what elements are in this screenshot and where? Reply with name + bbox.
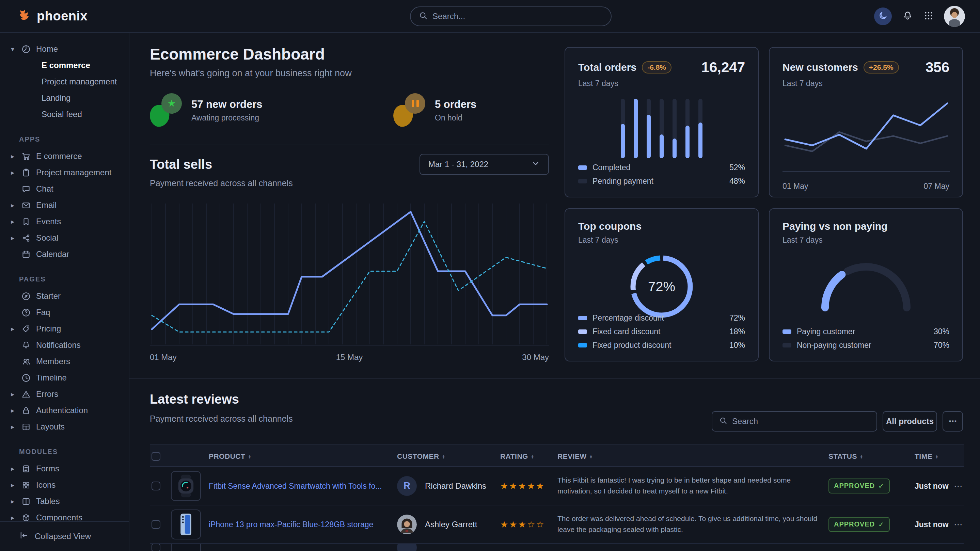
stat-text: 57 new ordersAwating processing <box>191 98 262 122</box>
sidebar-item-label: Starter <box>36 291 60 301</box>
row-checkbox[interactable] <box>151 481 161 491</box>
apps-grid-icon <box>923 11 934 22</box>
brand-logo[interactable]: phoenix <box>16 8 88 24</box>
sidebar-item-e-commerce[interactable]: ▸E commerce <box>0 148 129 164</box>
sidebar-item-tables[interactable]: ▸Tables <box>0 493 129 510</box>
page-title: Ecommerce Dashboard <box>150 45 325 63</box>
search-input[interactable] <box>433 11 603 21</box>
sidebar-item-events[interactable]: ▸Events <box>0 213 129 230</box>
sidebar-item-notifications[interactable]: Notifications <box>0 337 129 353</box>
legend-label: Fixed card discount <box>592 327 660 336</box>
status-badge: APPROVED✓ <box>829 517 890 532</box>
review-text: The order was delivered ahead of schedul… <box>557 513 823 535</box>
row-actions-button[interactable]: ⋯ <box>954 519 963 530</box>
date-range-dropdown[interactable]: Mar 1 - 31, 2022 <box>420 154 549 175</box>
sidebar-item-label: Notifications <box>36 340 81 350</box>
paying-legend: Paying customer30%Non-paying customer70% <box>783 325 949 352</box>
sidebar-item-layouts[interactable]: ▸Layouts <box>0 419 129 435</box>
sidebar-item-label: Social <box>36 233 58 243</box>
chevron-right-icon: ▸ <box>11 390 21 398</box>
sort-icon: ▴▾ <box>531 454 534 459</box>
sidebar-item-label: Email <box>36 200 57 210</box>
nav-section-label-modules: MODULES <box>19 448 129 456</box>
more-options-button[interactable]: ⋯ <box>943 411 963 432</box>
trend-badge: -6.8% <box>642 61 671 73</box>
sidebar-item-timeline[interactable]: Timeline <box>0 370 129 386</box>
column-header-time[interactable]: TIME▴▾ <box>915 445 938 468</box>
dark-mode-toggle[interactable] <box>874 8 892 25</box>
app-root: phoenix <box>0 0 980 551</box>
sidebar-item-social[interactable]: ▸Social <box>0 230 129 246</box>
sidebar-item-project-management[interactable]: ▸Project management <box>0 164 129 181</box>
orders-legend: Completed52%Pending payment48% <box>578 160 745 188</box>
sidebar-item-forms[interactable]: ▸Forms <box>0 460 129 477</box>
row-checkbox[interactable] <box>151 520 161 529</box>
legend-row-fixed-product-discount: Fixed product discount10% <box>578 338 745 352</box>
check-icon: ✓ <box>878 520 884 529</box>
sidebar-item-faq[interactable]: Faq <box>0 304 129 321</box>
column-header-customer[interactable]: CUSTOMER▴▾ <box>397 445 445 468</box>
chevron-right-icon: ▸ <box>11 497 21 505</box>
sidebar-item-social-feed[interactable]: Social feed <box>0 106 129 122</box>
warning-icon <box>21 389 36 399</box>
sidebar-item-home[interactable]: ▾Home <box>0 41 129 57</box>
row-checkbox[interactable] <box>151 544 161 551</box>
legend-value: 72% <box>729 313 745 322</box>
tag-icon <box>21 324 36 334</box>
star-icon: ★ <box>167 99 176 108</box>
all-products-button[interactable]: All products <box>883 411 937 432</box>
avatar-initial: R <box>404 481 410 491</box>
sidebar-item-landing[interactable]: Landing <box>0 90 129 106</box>
sidebar-item-starter[interactable]: Starter <box>0 288 129 304</box>
bar-track <box>660 99 663 158</box>
legend-swatch <box>783 329 791 334</box>
total-sells-subtitle: Payment received across all channels <box>150 178 293 188</box>
trend-badge: +26.5% <box>864 61 899 73</box>
legend-label: Completed <box>592 163 630 172</box>
date-range-value: Mar 1 - 31, 2022 <box>428 160 488 169</box>
collapse-view-button[interactable]: Collapsed View <box>0 521 129 551</box>
sidebar-item-email[interactable]: ▸Email <box>0 197 129 213</box>
coupons-legend: Percentage discount72%Fixed card discoun… <box>578 311 745 352</box>
column-header-product[interactable]: PRODUCT▴▾ <box>209 445 251 468</box>
chevron-right-icon: ▸ <box>11 168 21 177</box>
sidebar-item-members[interactable]: Members <box>0 353 129 370</box>
calendar-icon <box>21 249 36 259</box>
product-thumbnail <box>171 544 201 551</box>
sidebar-item-icons[interactable]: ▸Icons <box>0 477 129 493</box>
product-link[interactable]: iPhone 13 pro max-Pacific Blue-128GB sto… <box>209 520 373 529</box>
notifications-button[interactable] <box>902 10 913 23</box>
legend-value: 52% <box>729 163 745 172</box>
sidebar-item-authentication[interactable]: ▸Authentication <box>0 402 129 419</box>
column-header-review[interactable]: REVIEW▴▾ <box>557 445 592 468</box>
layout-icon <box>21 422 36 432</box>
global-search[interactable] <box>410 6 612 26</box>
sort-icon: ▴▾ <box>861 454 862 459</box>
users-icon <box>21 357 36 367</box>
apps-menu-button[interactable] <box>923 11 934 22</box>
user-avatar[interactable] <box>944 6 965 27</box>
new-customers-chart <box>783 91 950 176</box>
bar-track <box>621 99 625 158</box>
sidebar-item-project-management[interactable]: Project management <box>0 73 129 90</box>
latest-reviews-subtitle: Payment received across all channels <box>150 414 293 424</box>
column-header-status[interactable]: STATUS▴▾ <box>829 445 862 468</box>
sidebar-item-pricing[interactable]: ▸Pricing <box>0 321 129 337</box>
sidebar-item-e-commerce[interactable]: E commerce <box>0 57 129 73</box>
phoenix-flame-icon <box>16 8 32 24</box>
chevron-right-icon: ▸ <box>11 407 21 414</box>
legend-row-percentage-discount: Percentage discount72% <box>578 311 745 325</box>
sidebar-item-chat[interactable]: Chat <box>0 181 129 197</box>
row-actions-button[interactable]: ⋯ <box>954 481 963 491</box>
reviews-search[interactable] <box>712 411 877 432</box>
sidebar-item-calendar[interactable]: Calendar <box>0 246 129 262</box>
product-link[interactable]: Fitbit Sense Advanced Smartwatch with To… <box>209 481 382 491</box>
sidebar-item-errors[interactable]: ▸Errors <box>0 386 129 402</box>
column-header-rating[interactable]: RATING▴▾ <box>500 445 534 468</box>
select-all-checkbox[interactable] <box>151 452 161 461</box>
card-value: 16,247 <box>702 59 745 76</box>
pause-stat-icon <box>393 93 426 127</box>
question-icon <box>21 308 36 318</box>
reviews-search-input[interactable] <box>732 416 870 426</box>
bar-fill <box>634 99 638 158</box>
